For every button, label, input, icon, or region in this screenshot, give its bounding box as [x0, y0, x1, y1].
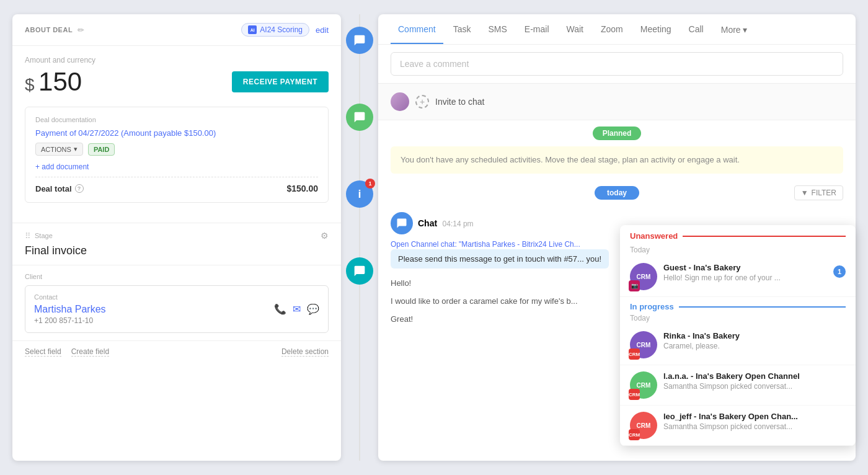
inprogress-label: In progress — [630, 302, 674, 311]
tab-meeting[interactable]: Meeting — [633, 14, 679, 44]
unanswered-status-row: Unanswered — [630, 231, 846, 241]
leojeff-name: leo_jeff - Ina's Bakery Open Chan... — [663, 412, 846, 421]
inprogress-divider — [679, 306, 846, 308]
lana-name: l.a.n.a. - Ina's Bakery Open Channel — [663, 371, 846, 381]
amount-value: 150 — [38, 67, 82, 96]
badge-red: 1 — [365, 179, 375, 189]
about-deal-label: ABOUT DEAL — [25, 26, 73, 33]
tab-sms[interactable]: SMS — [480, 14, 514, 44]
chat-item-guest[interactable]: CRM 📷 Guest - Ina's Bakery Hello! Sign m… — [620, 257, 856, 297]
rinka-name: Rinka - Ina's Bakery — [663, 331, 846, 340]
deal-doc-label: Deal documentation — [35, 116, 318, 123]
amount-row: $ 150 RECEIVE PAYMENT — [25, 67, 329, 97]
chat-icon[interactable]: 💬 — [307, 303, 319, 315]
guest-name: Guest - Ina's Bakery — [663, 263, 827, 272]
unanswered-divider — [683, 236, 846, 237]
deal-doc-section: Deal documentation Payment of 04/27/2022… — [25, 107, 329, 203]
deal-total-row: Deal total ? $150.00 — [35, 177, 318, 193]
left-header: ABOUT DEAL ✏ AI AI24 Scoring edit — [12, 14, 341, 46]
tab-call[interactable]: Call — [681, 14, 711, 44]
contact-card: Contact Martisha Parkes 📞 ✉ 💬 +1 200 857… — [25, 285, 329, 333]
planned-pill: Planned — [593, 127, 642, 140]
payment-link[interactable]: Payment of 04/27/2022 (Amount payable $1… — [35, 128, 318, 138]
middle-area: i 1 — [341, 14, 378, 461]
lana-preview: Samantha Simpson picked conversat... — [663, 382, 812, 391]
chat-dropdown: Unanswered Today CRM 📷 Guest - Ina's Bak… — [620, 225, 856, 446]
timeline-dot-3: i 1 — [346, 180, 373, 208]
timeline-dot-4 — [346, 257, 373, 285]
inprogress-date: Today — [620, 314, 856, 325]
tab-wait[interactable]: Wait — [559, 14, 591, 44]
leojeff-preview: Samantha Simpson picked conversat... — [663, 422, 812, 431]
comment-icon — [353, 34, 366, 47]
invite-text: Invite to chat — [435, 97, 484, 107]
chat-entry-svg — [396, 218, 407, 229]
ai-scoring-badge[interactable]: AI AI24 Scoring — [241, 23, 309, 37]
receive-payment-button[interactable]: RECEIVE PAYMENT — [232, 71, 329, 92]
chat-item-rinka[interactable]: CRM CRM Rinka - Ina's Bakery Caramel, pl… — [620, 325, 856, 365]
unread-badge-1: 1 — [833, 265, 846, 278]
filter-button[interactable]: ▼ FILTER — [794, 185, 843, 200]
channel-link[interactable]: Open Channel chat: "Martisha Parkes - Bi… — [391, 240, 580, 249]
tab-bar: Comment Task SMS E-mail Wait Zoom Meetin… — [378, 14, 856, 45]
footer-left: Select field Create field — [25, 347, 109, 357]
chat-time: 04:14 pm — [443, 220, 474, 228]
chat-entry-icon — [391, 212, 413, 234]
add-person-icon[interactable]: + — [415, 95, 429, 109]
left-body: Amount and currency $ 150 RECEIVE PAYMEN… — [12, 46, 341, 223]
more-tab[interactable]: More ▾ — [714, 15, 755, 43]
left-panel: ABOUT DEAL ✏ AI AI24 Scoring edit Amount… — [12, 14, 341, 461]
lana-avatar: CRM CRM — [630, 371, 657, 399]
invite-timeline-dot — [346, 104, 373, 131]
email-icon[interactable]: ✉ — [293, 303, 301, 315]
select-field-link[interactable]: Select field — [25, 347, 61, 357]
tab-task[interactable]: Task — [446, 14, 479, 44]
client-label: Client — [25, 273, 329, 280]
add-document-link[interactable]: + add document — [35, 162, 89, 171]
timeline-dot-1 — [346, 27, 373, 54]
stage-value: Final invoice — [25, 244, 329, 257]
contact-name[interactable]: Martisha Parkes — [34, 304, 106, 315]
contact-name-row: Martisha Parkes 📞 ✉ 💬 — [34, 303, 319, 315]
paid-badge: PAID — [88, 143, 115, 156]
unanswered-date: Today — [620, 246, 856, 257]
comment-input[interactable]: Leave a comment — [391, 52, 843, 76]
lana-item-text: l.a.n.a. - Ina's Bakery Open Channel Sam… — [663, 371, 846, 391]
left-header-left: ABOUT DEAL ✏ — [25, 25, 84, 35]
guest-avatar: CRM 📷 — [630, 263, 657, 290]
info-icon: i — [358, 188, 361, 201]
leojeff-avatar: CRM CRM — [630, 412, 657, 439]
chat-bubble-icon — [353, 265, 366, 277]
rinka-preview: Caramel, please. — [663, 342, 812, 350]
vertical-line — [359, 14, 360, 461]
planned-badge-container: Planned — [378, 120, 856, 146]
crm-badge-leojeff: CRM — [629, 429, 640, 440]
unanswered-section-header: Unanswered — [620, 225, 856, 246]
rinka-item-text: Rinka - Ina's Bakery Caramel, please. — [663, 331, 846, 350]
contact-phone: +1 200 857-11-10 — [34, 316, 319, 325]
drag-icon: ⠿ — [25, 231, 31, 241]
phone-icon[interactable]: 📞 — [274, 303, 286, 315]
instagram-badge: 📷 — [629, 280, 640, 291]
doc-actions-row: ACTIONS ▾ PAID — [35, 143, 318, 156]
create-field-link[interactable]: Create field — [71, 347, 109, 357]
delete-section-link[interactable]: Delete section — [281, 347, 329, 357]
filter-icon: ▼ — [801, 189, 808, 197]
gear-icon[interactable]: ⚙ — [321, 231, 329, 241]
actions-button[interactable]: ACTIONS ▾ — [35, 143, 83, 156]
pencil-icon[interactable]: ✏ — [78, 25, 84, 35]
stage-section: ⠿ Stage ⚙ Final invoice — [12, 223, 341, 265]
crm-label: CRM — [637, 342, 651, 348]
crm-badge-lana: CRM — [629, 389, 640, 400]
tab-email[interactable]: E-mail — [517, 14, 557, 44]
crm-badge-rinka: CRM — [629, 348, 640, 360]
contact-label: Contact — [34, 293, 319, 301]
tab-comment[interactable]: Comment — [391, 14, 443, 44]
amount-label: Amount and currency — [25, 56, 329, 64]
chat-item-leojeff[interactable]: CRM CRM leo_jeff - Ina's Bakery Open Cha… — [620, 406, 856, 446]
today-badge-container: today ▼ FILTER — [378, 180, 856, 206]
tab-zoom[interactable]: Zoom — [593, 14, 631, 44]
edit-link[interactable]: edit — [316, 25, 329, 35]
user-avatar — [391, 92, 409, 111]
chat-item-lana[interactable]: CRM CRM l.a.n.a. - Ina's Bakery Open Cha… — [620, 365, 856, 406]
